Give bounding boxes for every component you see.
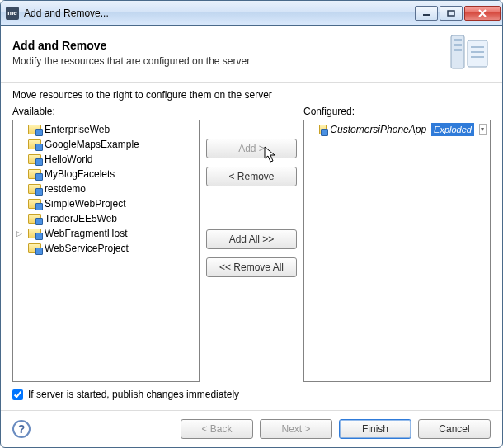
next-button[interactable]: Next > [260, 419, 332, 439]
available-listbox[interactable]: EnterpriseWebGoogleMapsExampleHelloWorld… [12, 120, 200, 382]
configured-label: Configured: [303, 106, 491, 117]
expand-icon[interactable]: ▷ [16, 227, 25, 240]
remove-all-button[interactable]: << Remove All [206, 257, 297, 277]
svg-rect-5 [454, 39, 462, 41]
available-item[interactable]: SimpleWebProject [13, 196, 199, 211]
project-folder-icon [28, 184, 41, 194]
server-banner-icon [449, 34, 491, 72]
available-item-label: WebFragmentHost [45, 227, 127, 240]
svg-rect-7 [454, 49, 462, 51]
available-item-label: GoogleMapsExample [45, 138, 139, 151]
add-button[interactable]: Add > [206, 139, 297, 158]
available-item-label: SimpleWebProject [45, 197, 125, 210]
svg-rect-1 [448, 11, 454, 16]
publish-immediately-label[interactable]: If server is started, publish changes im… [28, 389, 239, 400]
configured-item-name: CustomersiPhoneApp [330, 123, 426, 136]
available-item[interactable]: MyBlogFacelets [13, 167, 199, 182]
available-item[interactable]: GoogleMapsExample [13, 137, 199, 152]
available-item[interactable]: HelloWorld [13, 152, 199, 167]
available-item[interactable]: WebServiceProject [13, 241, 199, 256]
available-label: Available: [12, 106, 200, 117]
available-item-label: TraderJEE5Web [45, 212, 117, 225]
back-button[interactable]: < Back [181, 419, 253, 439]
project-folder-icon [28, 229, 41, 238]
maximize-button[interactable] [440, 6, 463, 21]
dialog-window: me Add and Remove... Add and Remove Modi… [0, 0, 503, 448]
configured-listbox[interactable]: CustomersiPhoneApp Exploded ▾ [303, 120, 491, 382]
svg-rect-8 [468, 40, 487, 67]
page-description: Modify the resources that are configured… [12, 55, 250, 67]
instruction-text: Move resources to the right to configure… [12, 89, 491, 101]
available-item[interactable]: EnterpriseWeb [13, 122, 199, 137]
available-item-label: HelloWorld [45, 153, 92, 166]
project-folder-icon [28, 199, 41, 209]
available-item-label: WebServiceProject [45, 242, 129, 255]
available-item[interactable]: restdemo [13, 182, 199, 196]
project-folder-icon [28, 125, 41, 134]
wizard-footer: ? < Back Next > Finish Cancel [1, 410, 502, 447]
project-folder-icon [28, 154, 41, 164]
help-button[interactable]: ? [12, 420, 31, 438]
configured-item[interactable]: CustomersiPhoneApp Exploded ▾ [304, 122, 490, 137]
project-folder-icon [28, 139, 41, 149]
wizard-header: Add and Remove Modify the resources that… [1, 26, 502, 83]
publish-immediately-checkbox[interactable] [12, 389, 23, 400]
add-all-button[interactable]: Add All >> [206, 229, 297, 249]
svg-rect-6 [454, 44, 462, 46]
available-item-label: EnterpriseWeb [45, 123, 110, 136]
finish-button[interactable]: Finish [339, 419, 411, 439]
project-folder-icon [28, 169, 41, 179]
cancel-button[interactable]: Cancel [418, 419, 491, 439]
deploy-mode-badge[interactable]: Exploded [431, 123, 474, 136]
available-item[interactable]: TraderJEE5Web [13, 211, 199, 226]
available-item[interactable]: ▷WebFragmentHost [13, 226, 199, 241]
wizard-body: Move resources to the right to configure… [1, 83, 502, 410]
deploy-mode-dropdown[interactable]: ▾ [479, 124, 487, 135]
titlebar[interactable]: me Add and Remove... [1, 1, 502, 26]
project-folder-icon [28, 214, 41, 224]
project-folder-icon [319, 125, 327, 134]
available-item-label: MyBlogFacelets [45, 167, 115, 181]
window-title: Add and Remove... [24, 7, 415, 19]
app-icon: me [6, 7, 19, 20]
project-folder-icon [28, 243, 41, 253]
available-item-label: restdemo [45, 182, 86, 196]
remove-button[interactable]: < Remove [206, 167, 297, 186]
minimize-button[interactable] [415, 6, 438, 21]
window-controls [415, 6, 501, 21]
page-title: Add and Remove [12, 39, 250, 52]
close-button[interactable] [464, 6, 501, 21]
